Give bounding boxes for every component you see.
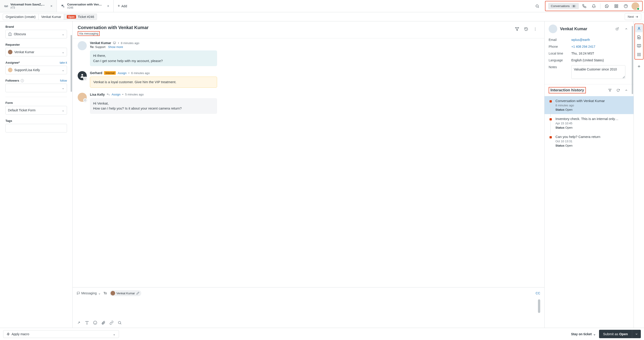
take-it-link[interactable]: take it (60, 61, 67, 64)
search-button[interactable] (533, 2, 541, 10)
rail-highlighted-group (634, 24, 644, 60)
form-select[interactable]: Default Ticket Form ⌄ (6, 106, 67, 115)
status-badge: Open (67, 15, 76, 19)
customer-email[interactable]: wplus@earth (571, 38, 630, 42)
composer-textarea[interactable] (77, 298, 540, 318)
text-format-icon[interactable] (85, 321, 89, 325)
bell-icon[interactable] (590, 2, 598, 10)
chevron-up-icon[interactable] (623, 87, 630, 93)
to-label: To (104, 291, 107, 295)
search-icon[interactable] (118, 321, 122, 325)
channel-select[interactable]: Messaging ⌄ (77, 291, 101, 295)
phone-icon[interactable] (580, 2, 588, 10)
stay-on-ticket-select[interactable]: Stay on ticket ⌄ (571, 332, 596, 336)
follow-link[interactable]: follow (60, 79, 67, 82)
tab-conversation[interactable]: Conversation with Ven… #246 × (57, 0, 114, 12)
info-icon[interactable]: i (21, 79, 24, 82)
rail-add-icon[interactable] (635, 63, 643, 70)
apply-macro-button[interactable]: Apply macro ⌄ (3, 330, 119, 338)
apps-icon[interactable] (612, 2, 620, 10)
tab-voicemail[interactable]: Voicemail from SaveZ,… #73 × (0, 0, 57, 12)
breadcrumb-requester[interactable]: Venkat Kumar (38, 14, 64, 20)
submit-button[interactable]: Submit as Open (599, 330, 632, 338)
ticket-label: Ticket #246 (78, 15, 94, 19)
messaging-icon (61, 4, 65, 8)
svg-rect-39 (638, 56, 639, 56)
chevron-up-icon[interactable] (623, 26, 630, 32)
status-dot-icon (550, 100, 552, 103)
chevron-down-icon: ⌄ (62, 86, 64, 90)
close-icon[interactable]: × (50, 3, 53, 9)
assign-link[interactable]: Assign (118, 71, 126, 75)
filter-icon[interactable] (607, 87, 613, 93)
requester-select[interactable]: Venkat Kumar ⌄ (6, 48, 67, 56)
svg-point-15 (535, 30, 536, 31)
link-icon[interactable] (110, 321, 114, 325)
interaction-item[interactable]: Can you help? Camera return Oct 10 13:31… (544, 132, 634, 150)
filter-icon[interactable] (513, 25, 521, 33)
profile-avatar[interactable] (631, 2, 640, 10)
refresh-icon[interactable] (615, 87, 621, 93)
svg-point-13 (535, 28, 536, 28)
breadcrumb-ticket[interactable]: Open Ticket #246 (64, 14, 97, 20)
avatar (8, 68, 12, 72)
submit-caret-button[interactable] (632, 330, 641, 338)
conversations-label: Conversations (551, 4, 570, 8)
status-dot-icon (550, 136, 552, 138)
customer-language: English (United States) (571, 58, 630, 62)
svg-point-18 (84, 78, 86, 80)
svg-marker-12 (516, 28, 519, 31)
tab-title: Voicemail from SaveZ,… (10, 3, 47, 6)
rail-apps-icon[interactable] (635, 51, 643, 58)
svg-rect-35 (638, 54, 638, 55)
svg-point-25 (118, 321, 121, 324)
whatsapp-icon[interactable] (603, 2, 611, 10)
svg-rect-32 (638, 53, 638, 54)
svg-point-19 (84, 99, 86, 101)
interaction-item[interactable]: Inventory check. This is an internal onl… (544, 114, 634, 132)
conversations-pill[interactable]: Conversations 0 (548, 3, 579, 9)
chevron-down-icon: ⌄ (62, 50, 64, 54)
conversations-count: 0 (572, 5, 576, 8)
customer-notes[interactable]: Valuable Customer since 2010 (571, 65, 626, 79)
followers-select[interactable]: ⌄ (6, 84, 67, 92)
svg-rect-6 (617, 5, 618, 6)
conversation-title: Conversation with Venkat Kumar (78, 25, 513, 30)
svg-line-4 (538, 7, 539, 8)
close-icon[interactable]: × (106, 3, 110, 9)
next-button[interactable]: Next (625, 14, 641, 20)
status-dot-icon (550, 118, 552, 120)
assignee-select[interactable]: Support/Lisa Kelly ⌄ (6, 66, 67, 74)
rail-search-doc-icon[interactable] (635, 34, 643, 41)
attachment-icon[interactable] (101, 321, 105, 325)
rail-user-icon[interactable] (635, 25, 643, 32)
pencil-icon[interactable] (136, 292, 140, 295)
breadcrumb-org[interactable]: Organization (create) (3, 14, 38, 20)
assign-link[interactable]: Assign (112, 93, 120, 96)
scrollbar-thumb[interactable] (632, 26, 633, 94)
scrollbar-thumb[interactable] (538, 299, 540, 313)
svg-rect-33 (638, 53, 639, 54)
show-more-link[interactable]: Show more (108, 45, 123, 49)
svg-rect-36 (638, 54, 639, 55)
tab-subtitle: #246 (67, 6, 104, 9)
recipient-chip[interactable]: Venkat Kumar (110, 290, 142, 296)
chevron-down-icon: ⌄ (593, 332, 596, 336)
svg-line-26 (120, 323, 121, 324)
chevron-down-icon: ⌄ (113, 332, 116, 336)
customer-phone[interactable]: +1 408 294 2417 (571, 45, 630, 48)
cc-link[interactable]: CC (536, 291, 540, 295)
brand-select[interactable]: Obscura ⌄ (6, 30, 67, 39)
history-icon[interactable] (522, 25, 530, 33)
rail-knowledge-icon[interactable] (635, 42, 643, 50)
scrollbar-thumb[interactable] (70, 35, 72, 92)
svg-point-14 (535, 29, 536, 29)
expand-icon[interactable] (77, 321, 81, 325)
tags-input[interactable] (6, 124, 67, 133)
more-icon[interactable] (531, 25, 539, 33)
interaction-item[interactable]: Conversation with Venkat Kumar 8 minutes… (544, 96, 634, 114)
popout-icon[interactable] (614, 26, 620, 32)
add-tab-button[interactable]: + Add (114, 0, 131, 12)
help-icon[interactable] (622, 2, 630, 10)
emoji-icon[interactable] (93, 321, 97, 325)
